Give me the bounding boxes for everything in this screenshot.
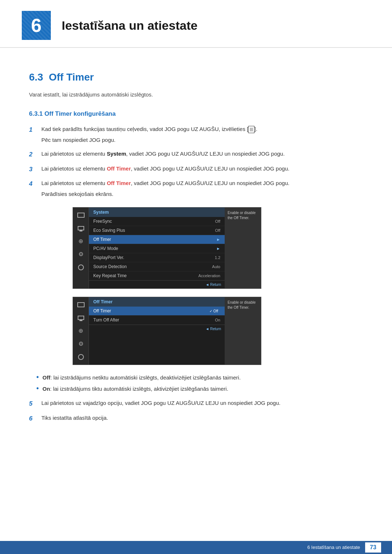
monitor-panel-1: ⊕ ⚙ System FreeSync Off: [73, 207, 261, 289]
section-intro: Varat iestatīt, lai izstrādājums automāt…: [29, 91, 363, 99]
step-2: 2 Lai pārietotos uz elementu System, vad…: [29, 149, 363, 159]
panel2-sidebar: ⊕ ⚙: [73, 297, 89, 365]
display-icon: [78, 226, 84, 230]
move-icon-2: ⊕: [78, 327, 83, 335]
menu-row-turnoff: Turn Off After On: [89, 316, 225, 325]
sidebar-icon2-1: [76, 301, 86, 309]
page-header: 6 Iestatīšana un atiestate: [0, 0, 392, 48]
monitor-icon: [77, 213, 85, 218]
sidebar-icon-3: ⊕: [76, 237, 86, 245]
panel2-title: Off Timer: [89, 297, 225, 307]
menu-row-eco: Eco Saving Plus Off: [89, 226, 225, 235]
menu-row-pcav: PC/AV Mode ►: [89, 244, 225, 253]
main-content: 6.3 Off Timer Varat iestatīt, lai izstrā…: [0, 52, 392, 457]
bullet-list: • Off: lai izstrādājums netiktu automāti…: [36, 374, 363, 393]
panel1-content: System FreeSync Off Eco Saving Plus Off …: [89, 208, 225, 288]
offtimer-value: ✓ Off: [207, 308, 220, 314]
panel2-right-label: Enable or disable the Off Timer.: [225, 297, 261, 365]
monitor-panel-2: ⊕ ⚙ Off Timer Off Timer ✓ Off: [73, 297, 261, 365]
section-number: 6.3 Off Timer: [29, 70, 363, 85]
footer-chapter-label: 6 Iestatīšana un atiestate: [307, 544, 360, 551]
sidebar-icon-1: [76, 211, 86, 219]
sidebar-icon2-4: ⚙: [76, 340, 86, 348]
sidebar-icon2-5: [76, 353, 86, 361]
monitor-icon-2: [77, 302, 85, 307]
subsection-heading: 6.3.1 Off Timer konfigurēšana: [29, 109, 363, 119]
panel2-footer: ◄ Return: [89, 325, 225, 333]
step-5: 5 Lai pārietotos uz vajadzīgo opciju, va…: [29, 399, 363, 409]
gear-icon-2: ⚙: [78, 340, 83, 348]
sidebar-icon-2: [76, 224, 86, 232]
chapter-number-box: 6: [22, 11, 51, 40]
gear-icon: ⚙: [78, 250, 83, 259]
info-icon: [78, 264, 84, 270]
panel1-footer: ◄ Return: [89, 280, 225, 288]
sidebar-icon2-3: ⊕: [76, 327, 86, 335]
menu-row-key: Key Repeat Time Acceleration: [89, 271, 225, 280]
sidebar-icon-4: ⚙: [76, 250, 86, 258]
menu-row-source: Source Detection Auto: [89, 262, 225, 271]
menu-row-offtimer-main: Off Timer ✓ Off: [89, 307, 225, 316]
step-4: 4 Lai pārietotos uz elementu Off Timer, …: [29, 179, 363, 198]
panel2-wrapper: ⊕ ⚙ Off Timer Off Timer ✓ Off: [73, 297, 363, 365]
steps-after-list: 5 Lai pārietotos uz vajadzīgo opciju, va…: [29, 399, 363, 423]
info-icon-2: [78, 354, 84, 360]
page-footer: 6 Iestatīšana un atiestate 73: [0, 541, 392, 554]
panel1-sidebar: ⊕ ⚙: [73, 208, 89, 288]
menu-row-offtimer: Off Timer ►: [89, 235, 225, 244]
chapter-number: 6: [31, 11, 42, 40]
menu-row-dp: DisplayPort Ver. 1.2: [89, 253, 225, 262]
sidebar-icon2-2: [76, 314, 86, 322]
panel1-right-label: Enable or disable the Off Timer.: [225, 208, 261, 288]
panel1-title: System: [89, 208, 225, 217]
chapter-title: Iestatīšana un atiestate: [62, 16, 197, 35]
bullet-on: • On: lai izstrādājums tiktu automātiski…: [36, 385, 363, 393]
steps-list: 1 Kad tiek parādīts funkcijas taustiņu c…: [29, 125, 363, 198]
step-1: 1 Kad tiek parādīts funkcijas taustiņu c…: [29, 125, 363, 144]
bullet-off: • Off: lai izstrādājums netiktu automāti…: [36, 374, 363, 382]
move-icon: ⊕: [78, 237, 83, 246]
screenshot-area: ⊕ ⚙ System FreeSync Off: [73, 207, 363, 365]
menu-row-freesync: FreeSync Off: [89, 217, 225, 226]
sidebar-icon-5: [76, 263, 86, 271]
footer-page-number: 73: [365, 542, 381, 553]
display-icon-2: [78, 316, 84, 320]
panel2-content: Off Timer Off Timer ✓ Off Turn Off After…: [89, 297, 225, 365]
step-3: 3 Lai pārietotos uz elementu Off Timer, …: [29, 164, 363, 174]
panel1-wrapper: ⊕ ⚙ System FreeSync Off: [73, 207, 363, 289]
jog-icon: |||: [248, 126, 254, 133]
step-6: 6 Tiks iestatīta atlasītā opcija.: [29, 414, 363, 423]
